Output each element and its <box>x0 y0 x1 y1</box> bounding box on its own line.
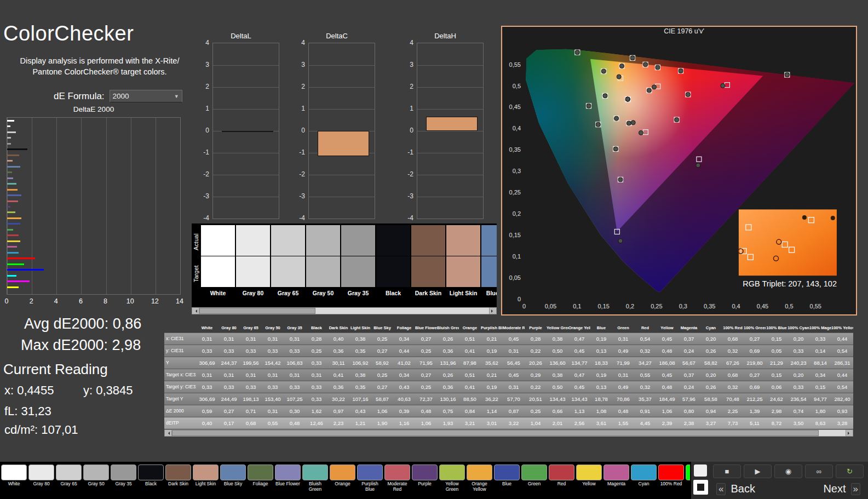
bottom-patch-bar: WhiteGray 80Gray 65Gray 50Gray 35BlackDa… <box>0 462 868 499</box>
patch-button[interactable]: Purple <box>412 464 438 498</box>
table-cell: 136,60 <box>547 357 568 369</box>
table-cell: 0,36 <box>437 381 459 393</box>
scroll-left-arrow[interactable] <box>164 429 172 437</box>
y-tick-label: 0,5 <box>513 83 521 89</box>
scrollbar-track[interactable] <box>199 307 489 314</box>
patch-button-label: Light Skin <box>193 481 219 487</box>
chart-title: DeltaL <box>199 32 283 42</box>
subtitle-line-1: Display analysis is performed with the X… <box>8 55 192 66</box>
measured-point <box>675 118 679 122</box>
table-cell: 0,31 <box>612 332 634 345</box>
patch-button[interactable]: Yellow <box>576 464 602 498</box>
patch-button[interactable]: Orange Yellow <box>467 464 492 498</box>
scrollbar-track[interactable] <box>172 429 846 437</box>
refresh-button[interactable]: ↻ <box>836 464 864 478</box>
patch-button[interactable]: Purplish Blue <box>357 464 383 498</box>
scrollbar-thumb[interactable] <box>199 308 315 314</box>
table-cell: 0,48 <box>612 405 634 417</box>
corner-header <box>164 324 196 332</box>
scroll-right-arrow[interactable] <box>846 429 853 437</box>
column-header: Foliage <box>393 324 415 332</box>
patch-button[interactable]: Bluish Green <box>302 464 328 498</box>
table-cell: 131,96 <box>437 357 459 369</box>
de-bar <box>7 257 35 259</box>
patch-button[interactable]: Green <box>521 464 547 498</box>
scroll-right-arrow[interactable] <box>489 307 497 314</box>
gridline <box>180 118 181 294</box>
patch-color-swatch <box>603 464 629 480</box>
patch-button[interactable]: 100% Red <box>658 464 684 498</box>
scroll-left-arrow[interactable] <box>192 307 199 314</box>
table-cell: 0,33 <box>218 345 240 357</box>
pattern-window-button[interactable] <box>694 464 707 477</box>
table-cell: 0,33 <box>196 345 218 357</box>
patch-button[interactable]: Magenta <box>603 464 629 498</box>
column-header: Gray 65 <box>240 324 262 332</box>
table-cell: 0,24 <box>678 381 700 393</box>
patch-color-swatch <box>275 464 301 480</box>
patch-button[interactable]: Cyan <box>631 464 657 498</box>
next-button[interactable]: Next » <box>819 481 865 496</box>
patch-button-label: 100% Red <box>658 481 684 487</box>
play-button[interactable]: ▶ <box>744 464 772 478</box>
patch-button[interactable]: Blue Flower <box>275 464 301 498</box>
target-swatch <box>446 256 480 287</box>
next-chevrons-icon: » <box>851 483 860 495</box>
swatch-strip-scrollbar[interactable] <box>192 307 497 314</box>
strip-patch: Black <box>376 225 410 296</box>
patch-button[interactable]: Gray 65 <box>56 464 82 498</box>
de-formula-dropdown[interactable]: 2000 ▼ <box>110 90 182 102</box>
patch-button[interactable]: Orange <box>330 464 355 498</box>
patch-button[interactable]: Gray 80 <box>28 464 54 498</box>
gridline <box>213 87 279 88</box>
patch-button[interactable]: Dark Skin <box>165 464 191 498</box>
patch-button[interactable]: Yellow Green <box>439 464 465 498</box>
loop-button[interactable]: ∞ <box>805 464 833 478</box>
table-cell: 0,31 <box>196 332 218 345</box>
pattern-toggle-button[interactable] <box>693 480 708 495</box>
table-cell: 1,06 <box>415 417 437 429</box>
de-formula-row: dE Formula: 2000 ▼ <box>54 90 182 102</box>
patch-button[interactable]: 100% Green <box>686 464 690 498</box>
strip-patch: Gray 65 <box>271 225 305 296</box>
table-cell: 134,43 <box>568 393 590 405</box>
x-tick-label: 0 <box>522 303 526 309</box>
table-cell: 0,31 <box>262 332 284 345</box>
y-tick-label: 0,4 <box>513 125 521 131</box>
de-bar <box>7 252 19 254</box>
patch-button[interactable]: Gray 50 <box>83 464 109 498</box>
patch-button[interactable]: Foliage <box>248 464 273 498</box>
table-cell: 0,33 <box>262 381 284 393</box>
back-button[interactable]: « Back <box>712 481 760 496</box>
stop-button[interactable]: ■ <box>713 464 741 478</box>
patch-button[interactable]: White <box>1 464 27 498</box>
row-label: dEITP <box>164 417 196 429</box>
plot-area <box>417 43 484 219</box>
y-axis: -4-3-2-101234 <box>404 43 415 219</box>
table-cell: 244,49 <box>218 393 240 405</box>
patch-button[interactable]: Black <box>138 464 164 498</box>
x-tick-label: 0,35 <box>704 303 715 309</box>
actual-axis-label: Actual <box>193 227 199 257</box>
de-formula-label: dE Formula: <box>54 91 105 102</box>
strip-patch: Light Skin <box>446 225 480 296</box>
meter-button[interactable]: ◉ <box>774 464 802 478</box>
patch-button[interactable]: Moderate Red <box>384 464 410 498</box>
table-scrollbar[interactable] <box>164 429 853 437</box>
patch-button[interactable]: Blue Sky <box>220 464 246 498</box>
rgb-triplet-label: RGB Triplet: 207, 143, 102 <box>743 279 837 288</box>
patch-button[interactable]: Gray 35 <box>111 464 136 498</box>
table-cell: 0,35 <box>349 345 371 357</box>
y-tick-label: 2 <box>205 83 209 90</box>
table-cell: 0,48 <box>656 345 678 357</box>
measured-point <box>679 68 683 73</box>
patch-button[interactable]: Light Skin <box>193 464 219 498</box>
measured-point <box>626 121 631 125</box>
x-tick-label: 8 <box>104 297 107 305</box>
scrollbar-thumb[interactable] <box>172 430 819 436</box>
deltae2000-plot-area <box>7 117 181 295</box>
patch-button[interactable]: Blue <box>494 464 520 498</box>
table-cell: 0,33 <box>787 345 809 357</box>
patch-button[interactable]: Red <box>549 464 574 498</box>
de-bar <box>7 160 13 162</box>
